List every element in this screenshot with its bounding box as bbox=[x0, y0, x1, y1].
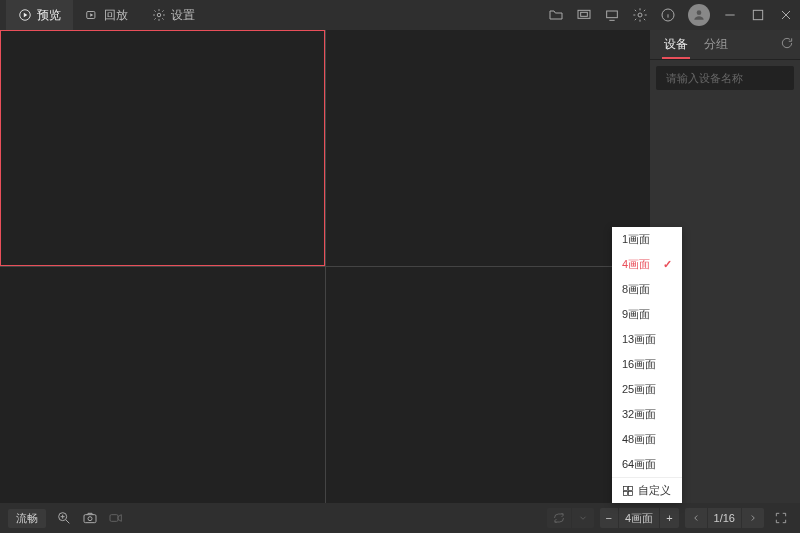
snapshot-icon[interactable] bbox=[82, 510, 98, 526]
svg-rect-19 bbox=[624, 491, 628, 495]
svg-point-4 bbox=[157, 13, 161, 17]
page-indicator: 1/16 bbox=[707, 508, 741, 528]
gear-icon[interactable] bbox=[632, 7, 648, 23]
video-cell[interactable] bbox=[0, 267, 325, 503]
layout-minus-button[interactable]: − bbox=[600, 508, 618, 528]
refresh-icon[interactable] bbox=[780, 36, 794, 53]
svg-rect-14 bbox=[84, 515, 96, 523]
svg-point-10 bbox=[697, 10, 702, 15]
record-icon[interactable] bbox=[108, 510, 124, 526]
close-icon[interactable] bbox=[778, 7, 794, 23]
page-next-button[interactable] bbox=[741, 508, 764, 528]
info-icon[interactable] bbox=[660, 7, 676, 23]
svg-rect-11 bbox=[753, 10, 762, 19]
tab-settings[interactable]: 设置 bbox=[140, 0, 207, 30]
minimize-icon[interactable] bbox=[722, 7, 738, 23]
tab-preview[interactable]: 预览 bbox=[6, 0, 73, 30]
layout-label[interactable]: 4画面 bbox=[618, 508, 659, 528]
device-icon[interactable] bbox=[576, 7, 592, 23]
layout-option[interactable]: 25画面 bbox=[612, 377, 682, 402]
cycle-control[interactable] bbox=[547, 508, 594, 528]
video-grid bbox=[0, 30, 650, 503]
layout-option[interactable]: 48画面 bbox=[612, 427, 682, 452]
layout-option[interactable]: 9画面 bbox=[612, 302, 682, 327]
layout-option[interactable]: 64画面 bbox=[612, 452, 682, 477]
zoom-icon[interactable] bbox=[56, 510, 72, 526]
tab-playback[interactable]: 回放 bbox=[73, 0, 140, 30]
search-input-wrapper[interactable] bbox=[656, 66, 794, 90]
svg-marker-3 bbox=[90, 13, 93, 17]
svg-marker-1 bbox=[24, 13, 27, 18]
svg-rect-17 bbox=[624, 486, 628, 490]
tab-playback-label: 回放 bbox=[104, 7, 128, 24]
fullscreen-icon[interactable] bbox=[770, 511, 792, 525]
avatar[interactable] bbox=[688, 4, 710, 26]
layout-plus-button[interactable]: + bbox=[659, 508, 678, 528]
svg-point-15 bbox=[88, 517, 92, 521]
page-control: 1/16 bbox=[685, 508, 764, 528]
svg-rect-6 bbox=[581, 12, 588, 16]
folder-icon[interactable] bbox=[548, 7, 564, 23]
svg-rect-5 bbox=[578, 10, 590, 18]
video-cell[interactable] bbox=[326, 30, 651, 266]
tab-preview-label: 预览 bbox=[37, 7, 61, 24]
svg-rect-20 bbox=[629, 491, 633, 495]
search-input[interactable] bbox=[666, 72, 800, 84]
svg-rect-7 bbox=[607, 11, 618, 18]
layout-option[interactable]: 1画面 bbox=[612, 227, 682, 252]
sidebar-tab-device[interactable]: 设备 bbox=[656, 30, 696, 59]
svg-rect-18 bbox=[629, 486, 633, 490]
sidebar-tab-group[interactable]: 分组 bbox=[696, 30, 736, 59]
layout-option[interactable]: 16画面 bbox=[612, 352, 682, 377]
layout-option-custom[interactable]: 自定义 bbox=[612, 477, 682, 503]
layout-option[interactable]: 32画面 bbox=[612, 402, 682, 427]
stream-quality-button[interactable]: 流畅 bbox=[8, 509, 46, 528]
video-cell[interactable] bbox=[326, 267, 651, 503]
svg-point-8 bbox=[638, 13, 642, 17]
layout-control: − 4画面 + bbox=[600, 508, 679, 528]
tab-settings-label: 设置 bbox=[171, 7, 195, 24]
layout-menu: 1画面4画面✓8画面9画面13画面16画面25画面32画面48画面64画面自定义 bbox=[612, 227, 682, 503]
video-cell[interactable] bbox=[0, 30, 325, 266]
screen-icon[interactable] bbox=[604, 7, 620, 23]
layout-option[interactable]: 13画面 bbox=[612, 327, 682, 352]
chevron-down-icon bbox=[571, 508, 594, 528]
layout-option[interactable]: 8画面 bbox=[612, 277, 682, 302]
page-prev-button[interactable] bbox=[685, 508, 707, 528]
svg-rect-16 bbox=[110, 515, 118, 522]
layout-option[interactable]: 4画面✓ bbox=[612, 252, 682, 277]
maximize-icon[interactable] bbox=[750, 7, 766, 23]
